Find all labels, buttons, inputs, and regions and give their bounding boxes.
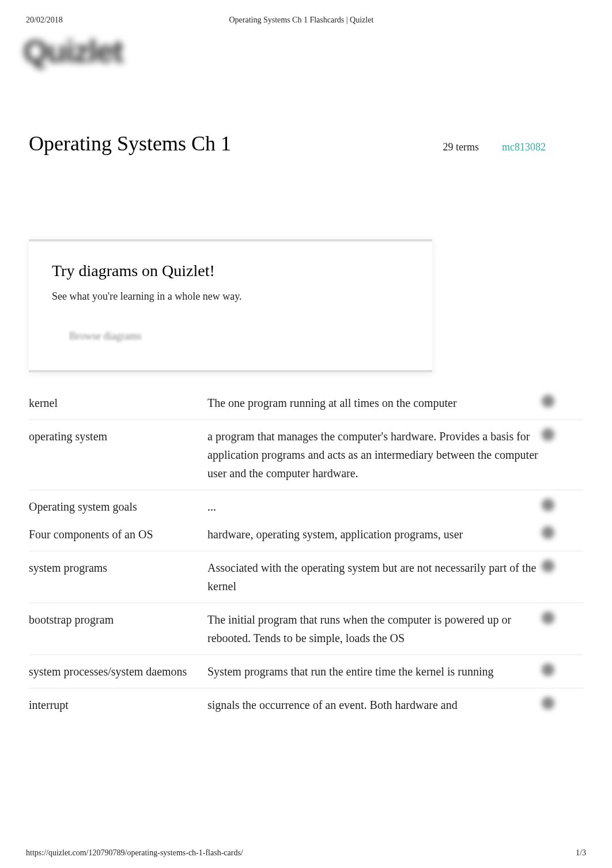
promo-subtitle: See what you're learning in a whole new … [52, 290, 409, 303]
flashcard-row: operating system a program that manages … [29, 420, 583, 490]
card-term: system programs [29, 558, 207, 577]
card-term: Four components of an OS [29, 525, 207, 544]
logo-container: Quizlet [0, 25, 612, 71]
card-term: Operating system goals [29, 497, 207, 516]
card-definition: a program that manages the computer's ha… [207, 427, 583, 482]
star-icon[interactable] [542, 663, 554, 676]
flashcard-row: bootstrap program The initial program th… [29, 603, 583, 655]
logo-text: Quizlet [23, 32, 123, 70]
star-icon[interactable] [542, 560, 554, 572]
footer-url: https://quizlet.com/120790789/operating-… [26, 848, 243, 858]
card-term: operating system [29, 427, 207, 446]
promo-title: Try diagrams on Quizlet! [52, 262, 409, 280]
author-link[interactable]: mc813082 [502, 141, 546, 153]
card-definition: System programs that run the entire time… [207, 662, 583, 681]
header-title: Operating Systems Ch 1 Flashcards | Quiz… [63, 16, 540, 25]
page-number: 1/3 [576, 848, 586, 858]
card-term: kernel [29, 394, 207, 412]
card-definition: Associated with the operating system but… [207, 558, 583, 595]
flashcard-list: kernel The one program running at all ti… [0, 387, 612, 721]
flashcard-row: Four components of an OS hardware, opera… [29, 518, 583, 552]
card-definition: hardware, operating system, application … [207, 525, 583, 544]
header-date: 20/02/2018 [26, 16, 63, 25]
quizlet-logo[interactable]: Quizlet [23, 31, 179, 71]
footer: https://quizlet.com/120790789/operating-… [26, 848, 586, 858]
card-definition: The one program running at all times on … [207, 394, 583, 412]
star-icon[interactable] [542, 499, 554, 511]
star-icon[interactable] [542, 697, 554, 710]
card-term: interrupt [29, 696, 207, 714]
flashcard-row: interrupt signals the occurrence of an e… [29, 689, 583, 721]
header-meta: 20/02/2018 Operating Systems Ch 1 Flashc… [0, 0, 612, 25]
page-title: Operating Systems Ch 1 [29, 131, 231, 156]
card-term: bootstrap program [29, 610, 207, 629]
card-definition: The initial program that runs when the c… [207, 610, 583, 647]
star-icon[interactable] [542, 428, 554, 441]
browse-diagrams-button[interactable]: Browse diagrams [58, 326, 153, 347]
star-icon[interactable] [542, 612, 554, 624]
promo-box: Try diagrams on Quizlet! See what you're… [29, 239, 432, 372]
flashcard-row: system processes/system daemons System p… [29, 655, 583, 689]
flashcard-row: kernel The one program running at all ti… [29, 387, 583, 420]
card-definition: ... [207, 497, 583, 516]
star-icon[interactable] [542, 395, 554, 407]
terms-count: 29 terms [443, 141, 479, 153]
title-row: Operating Systems Ch 1 29 terms mc813082 [0, 71, 612, 156]
star-icon[interactable] [542, 526, 554, 539]
close-icon[interactable] [403, 256, 415, 267]
card-definition: signals the occurrence of an event. Both… [207, 696, 583, 714]
card-term: system processes/system daemons [29, 662, 207, 681]
flashcard-row: system programs Associated with the oper… [29, 552, 583, 603]
title-meta: 29 terms mc813082 [443, 141, 546, 153]
flashcard-row: Operating system goals ... [29, 490, 583, 518]
